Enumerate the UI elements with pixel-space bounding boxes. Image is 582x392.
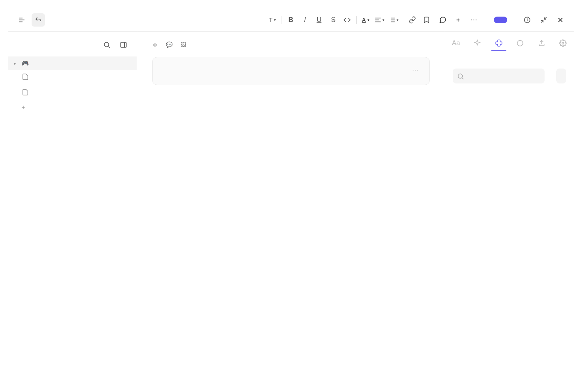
tab-ai[interactable] [470, 36, 485, 51]
more-icon[interactable]: ⋯ [467, 13, 481, 27]
gamepad-icon: 🎮 [22, 60, 29, 66]
svg-point-4 [458, 74, 463, 78]
align-dropdown[interactable]: ▾ [373, 13, 386, 27]
more-icon[interactable]: ⋯ [409, 63, 422, 76]
collapse-icon[interactable] [537, 13, 550, 27]
sidebar-item-backlog[interactable] [8, 70, 137, 85]
panel-icon[interactable] [117, 38, 130, 51]
search-icon [457, 73, 464, 82]
main-content: ☺ 💬 🖼 ⋯ [137, 32, 445, 384]
svg-point-2 [518, 40, 523, 46]
new-page-button[interactable]: + [8, 100, 137, 114]
sidebar-item-roadmap[interactable]: ▸ 🎮 [8, 56, 137, 70]
share-button[interactable] [494, 17, 507, 23]
right-panel: Aa [445, 32, 574, 384]
bold-icon[interactable]: B [284, 13, 297, 27]
search-input[interactable] [453, 69, 545, 83]
text-style-dropdown[interactable]: T ▾ [266, 15, 279, 25]
add-icon-button[interactable]: ☺ [152, 42, 159, 48]
tab-settings[interactable] [555, 36, 570, 51]
sidebar: ▸ 🎮 + [8, 32, 137, 384]
svg-rect-1 [121, 42, 126, 47]
plus-icon: + [22, 104, 25, 110]
undo-icon[interactable] [32, 13, 45, 27]
task-button[interactable]: + [454, 15, 464, 25]
link-icon[interactable] [406, 13, 419, 27]
tab-templates[interactable] [491, 36, 506, 51]
svg-point-3 [562, 42, 564, 44]
svg-point-0 [104, 42, 109, 47]
topbar: T ▾ B I U S A ▾ ▾ ▾ + ⋯ [8, 8, 574, 32]
bookmark-icon[interactable] [420, 13, 433, 27]
comment-button[interactable] [436, 15, 451, 25]
search-icon[interactable] [100, 38, 113, 51]
tab-comments[interactable] [513, 36, 528, 51]
text-color-dropdown[interactable]: A ▾ [359, 15, 372, 25]
sidebar-item-requests[interactable] [8, 85, 137, 100]
doc-icon [22, 73, 29, 82]
doc-icon [22, 88, 29, 97]
embed-block: ⋯ [152, 57, 430, 85]
filters-button[interactable] [556, 69, 566, 83]
underline-icon[interactable]: U [312, 13, 326, 27]
italic-icon[interactable]: I [298, 13, 311, 27]
strikethrough-icon[interactable]: S [326, 13, 340, 27]
history-icon[interactable] [520, 13, 534, 27]
tab-export[interactable] [534, 36, 549, 51]
close-icon[interactable] [554, 13, 567, 27]
tab-typography[interactable]: Aa [449, 36, 464, 51]
menu-icon[interactable] [15, 13, 28, 27]
code-icon[interactable] [340, 13, 354, 27]
add-cover-button[interactable]: 🖼 [181, 42, 188, 48]
add-comment-button[interactable]: 💬 [166, 42, 174, 48]
list-dropdown[interactable]: ▾ [387, 13, 400, 27]
